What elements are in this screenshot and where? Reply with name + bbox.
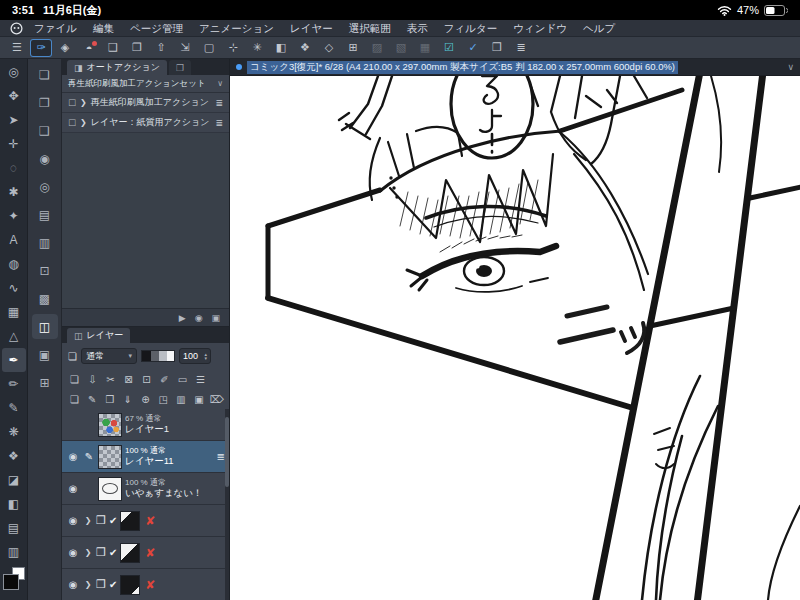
- blend-mode-select[interactable]: 通常 ▾: [81, 348, 137, 364]
- action-item-2[interactable]: ☐ ❯ レイヤー：紙質用アクション ≣: [62, 113, 229, 133]
- transform-icon[interactable]: ⇲: [174, 39, 196, 57]
- fill-tool-icon[interactable]: ▤: [2, 516, 26, 540]
- visibility-toggle[interactable]: ◉: [66, 579, 80, 590]
- material-c-icon[interactable]: ▦: [414, 39, 436, 57]
- tool-property-panel-icon[interactable]: ❑: [32, 118, 58, 143]
- action-checkbox-icon[interactable]: ☐: [68, 118, 76, 128]
- menu-item-selection[interactable]: 選択範囲: [341, 20, 399, 37]
- color-chips[interactable]: [1, 566, 27, 596]
- eraser-tool-icon[interactable]: ◪: [2, 468, 26, 492]
- layer-settings-icon[interactable]: ▣: [190, 391, 207, 407]
- spinner-down-icon[interactable]: ▾: [204, 356, 207, 360]
- layer-property-panel-icon[interactable]: ▣: [32, 342, 58, 367]
- action-menu-icon[interactable]: ▣: [211, 313, 220, 323]
- frame-border-tool-icon[interactable]: ▦: [2, 300, 26, 324]
- material-b-icon[interactable]: ▧: [390, 39, 412, 57]
- deselect-icon[interactable]: ⊹: [222, 39, 244, 57]
- action-checkbox-icon[interactable]: ☐: [68, 98, 76, 108]
- eyedropper-tool-icon[interactable]: ✦: [2, 204, 26, 228]
- airbrush-tool-icon[interactable]: ❋: [2, 420, 26, 444]
- visibility-toggle[interactable]: ◉: [66, 547, 80, 558]
- layer-row-menu-icon[interactable]: ≣: [217, 451, 225, 462]
- create-mask-icon[interactable]: ◳: [155, 391, 172, 407]
- select-rectangle-icon[interactable]: ▢: [198, 39, 220, 57]
- sub-tool-panel-icon[interactable]: ❐: [32, 90, 58, 115]
- pen-mode-icon[interactable]: ✑: [30, 39, 52, 57]
- material-panel-icon[interactable]: ⊞: [32, 370, 58, 395]
- balloon-tool-icon[interactable]: ◍: [2, 252, 26, 276]
- canvas[interactable]: [230, 76, 800, 600]
- move-tool-icon[interactable]: ✥: [2, 84, 26, 108]
- menu-item-page-management[interactable]: ページ管理: [122, 20, 191, 37]
- main-color-chip[interactable]: [3, 574, 19, 590]
- new-canvas-icon[interactable]: ❑: [102, 39, 124, 57]
- record-action-icon[interactable]: ◉: [195, 313, 203, 323]
- brush-size-panel-icon[interactable]: ◉: [32, 146, 58, 171]
- menu-item-animation[interactable]: アニメーション: [191, 20, 282, 37]
- lock-layer-icon[interactable]: ⊠: [120, 371, 137, 387]
- gradient-tool-icon[interactable]: ▥: [2, 540, 26, 564]
- layer-thumbnail[interactable]: [120, 575, 140, 595]
- blend-tool-icon[interactable]: ◧: [2, 492, 26, 516]
- save-file-icon[interactable]: ❐: [126, 39, 148, 57]
- decoration-tool-icon[interactable]: ❖: [2, 444, 26, 468]
- snap-ruler-icon[interactable]: ❖: [294, 39, 316, 57]
- layer-folder-row-3[interactable]: ◉ ❯ ❒ ✔ ✘: [62, 569, 229, 600]
- select-wand-icon[interactable]: ✳: [246, 39, 268, 57]
- menu-item-edit[interactable]: 編集: [85, 20, 122, 37]
- layer-thumbnail[interactable]: [98, 413, 122, 437]
- chevron-right-icon[interactable]: ❯: [80, 118, 87, 127]
- layer-list-scrollbar[interactable]: [225, 409, 229, 600]
- opacity-stepper[interactable]: 100 ▴ ▾: [179, 348, 211, 364]
- layer-folder-row-1[interactable]: ◉ ❯ ❒ ✔ ✘: [62, 505, 229, 537]
- confirm-check-icon[interactable]: ☑: [438, 39, 460, 57]
- command-bar-menu-icon[interactable]: ☰: [6, 39, 28, 57]
- merge-down-icon[interactable]: ⊕: [137, 391, 154, 407]
- grid-view-icon[interactable]: ⊞: [342, 39, 364, 57]
- visibility-toggle[interactable]: ◉: [66, 515, 80, 526]
- folder-expand-icon[interactable]: ❯: [83, 516, 93, 525]
- layer-thumbnail[interactable]: [120, 543, 140, 563]
- layer-row-layer11-selected[interactable]: ◉ ✎ 100 % 通常 レイヤー11 ≣: [62, 441, 229, 473]
- brush-shape-preview[interactable]: [141, 350, 175, 362]
- vector-check-icon[interactable]: ✓: [462, 39, 484, 57]
- visibility-toggle[interactable]: ◉: [66, 451, 80, 462]
- crop-icon[interactable]: ◧: [270, 39, 292, 57]
- visibility-toggle[interactable]: ◉: [66, 483, 80, 494]
- menu-item-view[interactable]: 表示: [399, 20, 436, 37]
- quick-access-panel-icon[interactable]: ❏: [32, 62, 58, 87]
- menu-item-help[interactable]: ヘルプ: [575, 20, 623, 37]
- new-raster-layer-icon[interactable]: ❏: [66, 391, 83, 407]
- palette-color-icon[interactable]: ❏: [68, 351, 77, 362]
- folder-expand-icon[interactable]: ❯: [83, 548, 93, 557]
- color-history-panel-icon[interactable]: ▥: [32, 230, 58, 255]
- lock-transparent-icon[interactable]: ⊡: [138, 371, 155, 387]
- selection-tool-icon[interactable]: ◌: [2, 156, 26, 180]
- layer-move-tool-icon[interactable]: ✛: [2, 132, 26, 156]
- layer-menu-icon[interactable]: ☰: [192, 371, 209, 387]
- menu-item-layer[interactable]: レイヤー: [282, 20, 341, 37]
- menu-item-filter[interactable]: フィルター: [436, 20, 505, 37]
- layer-folder-row-2[interactable]: ◉ ❯ ❒ ✔ ✘: [62, 537, 229, 569]
- action-set-select[interactable]: 再生紙印刷風加工アクションセット ∨: [62, 75, 229, 93]
- layer-row-layer1[interactable]: 67 % 通常 レイヤー1: [62, 409, 229, 441]
- chevron-right-icon[interactable]: ❯: [80, 98, 87, 107]
- material-a-icon[interactable]: ▨: [366, 39, 388, 57]
- color-wheel-panel-icon[interactable]: ◎: [32, 174, 58, 199]
- apply-mask-icon[interactable]: ▥: [173, 391, 190, 407]
- action-item-1[interactable]: ☐ ❯ 再生紙印刷風加工アクション ≣: [62, 93, 229, 113]
- auto-select-tool-icon[interactable]: ✱: [2, 180, 26, 204]
- transfer-down-icon[interactable]: ⇓: [119, 391, 136, 407]
- color-set-panel-icon[interactable]: ▤: [32, 202, 58, 227]
- timelapse-record-icon[interactable]: ◓: [78, 39, 100, 57]
- layer-panel-icon[interactable]: ◫: [32, 314, 58, 339]
- layer-thumbnail[interactable]: [98, 445, 122, 469]
- clip-studio-logo-icon[interactable]: [6, 22, 26, 35]
- operation-tool-icon[interactable]: ➤: [2, 108, 26, 132]
- ruler-tool-icon[interactable]: △: [2, 324, 26, 348]
- menu-item-window[interactable]: ウィンドウ: [505, 20, 575, 37]
- line-tool-icon[interactable]: ∿: [2, 276, 26, 300]
- blend-through-icon[interactable]: ❏: [66, 371, 83, 387]
- pencil-tool-icon[interactable]: ✏: [2, 372, 26, 396]
- new-vector-layer-icon[interactable]: ✎: [84, 391, 101, 407]
